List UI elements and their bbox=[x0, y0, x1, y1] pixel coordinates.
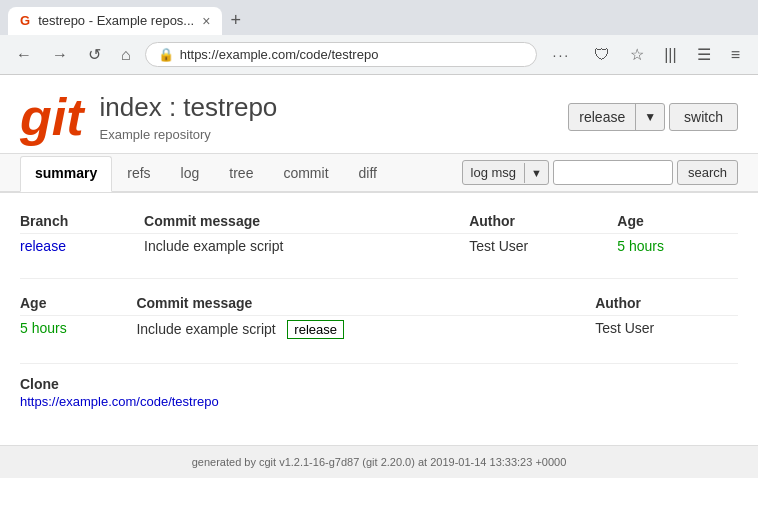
commit-msg-col-header: Commit message bbox=[144, 209, 469, 234]
section-divider bbox=[20, 278, 738, 279]
footer-text: generated by cgit v1.2.1-16-g7d87 (git 2… bbox=[192, 456, 567, 468]
author-cell: Test User bbox=[469, 234, 617, 259]
tab-bar: G testrepo - Example repos... × + bbox=[0, 0, 758, 35]
switch-button[interactable]: switch bbox=[669, 103, 738, 131]
branch-link[interactable]: release bbox=[20, 238, 66, 254]
tab-log[interactable]: log bbox=[166, 156, 215, 190]
back-button[interactable]: ← bbox=[10, 42, 38, 68]
address-bar[interactable]: 🔒 https://example.com/code/testrepo bbox=[145, 42, 537, 67]
tab-summary[interactable]: summary bbox=[20, 156, 112, 192]
nav-tabs: summary refs log tree commit diff bbox=[20, 156, 462, 190]
browser-chrome: G testrepo - Example repos... × + ← → ↺ … bbox=[0, 0, 758, 75]
tab-diff[interactable]: diff bbox=[344, 156, 392, 190]
page-footer: generated by cgit v1.2.1-16-g7d87 (git 2… bbox=[0, 445, 758, 478]
tag-commit-msg-cell: Include example script release bbox=[136, 316, 595, 344]
home-button[interactable]: ⌂ bbox=[115, 42, 137, 68]
branch-cell: release bbox=[20, 234, 144, 259]
table-row: release Include example script Test User… bbox=[20, 234, 738, 259]
main-content: Branch Commit message Author Age release… bbox=[0, 193, 758, 425]
tab-refs[interactable]: refs bbox=[112, 156, 165, 190]
tags-table: Age Commit message Author 5 hours Includ… bbox=[20, 291, 738, 343]
shield-button[interactable]: 🛡 bbox=[586, 41, 618, 68]
clone-label: Clone bbox=[20, 376, 738, 392]
page-content: git index : testrepo Example repository … bbox=[0, 75, 758, 478]
tag-age-cell: 5 hours bbox=[20, 316, 136, 344]
active-tab[interactable]: G testrepo - Example repos... × bbox=[8, 7, 222, 35]
sidebar-button[interactable]: ☰ bbox=[689, 41, 719, 68]
section-divider-2 bbox=[20, 363, 738, 364]
tag-commit-prefix: Include example script bbox=[136, 321, 275, 337]
author-col-header-2: Author bbox=[595, 291, 738, 316]
branch-col-header: Branch bbox=[20, 209, 144, 234]
age-value: 5 hours bbox=[617, 238, 664, 254]
search-input[interactable] bbox=[553, 160, 673, 185]
bookmark-button[interactable]: ☆ bbox=[622, 41, 652, 68]
new-tab-button[interactable]: + bbox=[222, 6, 249, 35]
table-row: 5 hours Include example script release T… bbox=[20, 316, 738, 344]
author-col-header: Author bbox=[469, 209, 617, 234]
tab-tree[interactable]: tree bbox=[214, 156, 268, 190]
tab-commit[interactable]: commit bbox=[268, 156, 343, 190]
release-arrow-icon: ▼ bbox=[636, 105, 664, 129]
tag-age-value: 5 hours bbox=[20, 320, 67, 336]
release-dropdown[interactable]: release ▼ bbox=[568, 103, 665, 131]
commit-msg-col-header-2: Commit message bbox=[136, 291, 595, 316]
branches-table: Branch Commit message Author Age release… bbox=[20, 209, 738, 258]
log-msg-arrow-icon: ▼ bbox=[524, 163, 548, 183]
refresh-button[interactable]: ↺ bbox=[82, 41, 107, 68]
url-text: https://example.com/code/testrepo bbox=[180, 47, 524, 62]
age-col-header-2: Age bbox=[20, 291, 136, 316]
git-logo: git bbox=[20, 91, 84, 143]
more-button[interactable]: ··· bbox=[545, 43, 579, 67]
commit-msg-cell: Include example script bbox=[144, 234, 469, 259]
repo-description: Example repository bbox=[100, 127, 569, 142]
log-msg-dropdown[interactable]: log msg ▼ bbox=[462, 160, 549, 185]
tag-badge[interactable]: release bbox=[287, 320, 344, 339]
search-area: log msg ▼ search bbox=[462, 154, 738, 191]
tag-author-cell: Test User bbox=[595, 316, 738, 344]
repo-header: git index : testrepo Example repository … bbox=[0, 75, 758, 154]
lock-icon: 🔒 bbox=[158, 47, 174, 62]
tab-close-button[interactable]: × bbox=[202, 13, 210, 29]
header-actions: release ▼ switch bbox=[568, 103, 738, 131]
menu-button[interactable]: ≡ bbox=[723, 41, 748, 68]
library-button[interactable]: ||| bbox=[656, 41, 684, 68]
repo-title: index : testrepo bbox=[100, 92, 569, 123]
log-msg-label: log msg bbox=[463, 161, 525, 184]
repo-title-area: index : testrepo Example repository bbox=[100, 92, 569, 142]
age-cell: 5 hours bbox=[617, 234, 738, 259]
browser-toolbar: ← → ↺ ⌂ 🔒 https://example.com/code/testr… bbox=[0, 35, 758, 74]
age-col-header: Age bbox=[617, 209, 738, 234]
forward-button[interactable]: → bbox=[46, 42, 74, 68]
tab-title: testrepo - Example repos... bbox=[38, 13, 194, 28]
clone-section: Clone https://example.com/code/testrepo bbox=[20, 376, 738, 409]
tab-favicon: G bbox=[20, 13, 30, 28]
release-label: release bbox=[569, 104, 636, 130]
browser-action-buttons: 🛡 ☆ ||| ☰ ≡ bbox=[586, 41, 748, 68]
search-button[interactable]: search bbox=[677, 160, 738, 185]
clone-url[interactable]: https://example.com/code/testrepo bbox=[20, 394, 738, 409]
nav-tabs-container: summary refs log tree commit diff log ms… bbox=[0, 154, 758, 193]
